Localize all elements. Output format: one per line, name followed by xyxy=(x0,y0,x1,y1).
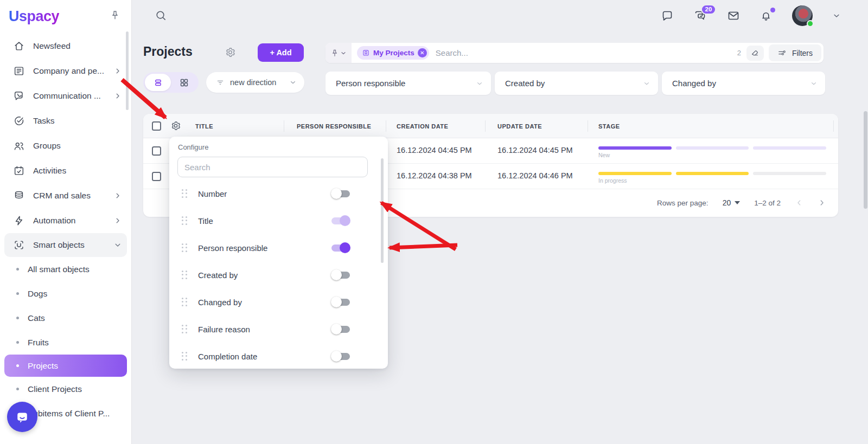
sidebar-item-smart-objects[interactable]: Smart objects xyxy=(4,233,127,257)
row-checkbox[interactable] xyxy=(152,146,161,156)
column-toggle-row-changed-by: Changed by xyxy=(169,288,375,316)
chip-label: My Projects xyxy=(373,49,414,57)
column-toggle-row-number: Number xyxy=(169,180,375,207)
created-by-select[interactable]: Created by xyxy=(495,72,658,95)
avatar[interactable] xyxy=(792,5,813,26)
saved-filter-pin-button[interactable] xyxy=(326,43,352,63)
chevron-right-icon xyxy=(114,192,122,200)
column-divider xyxy=(588,120,588,132)
add-button[interactable]: + Add xyxy=(258,43,304,62)
column-header-update-date[interactable]: UPDATE DATE xyxy=(497,114,542,138)
stage-segment-filled xyxy=(598,172,672,175)
online-status-dot xyxy=(807,20,814,27)
column-toggle-switch[interactable] xyxy=(331,297,350,307)
bell-icon[interactable] xyxy=(760,9,773,22)
previous-page-button[interactable] xyxy=(795,198,803,207)
popover-search-input[interactable] xyxy=(177,157,368,177)
update-date-cell: 16.12.2024 04:45 PM xyxy=(497,146,573,155)
drag-handle-icon[interactable] xyxy=(182,352,189,361)
sidebar-item-groups[interactable]: Groups xyxy=(0,133,131,158)
sidebar-subitem-projects[interactable]: Projects xyxy=(4,355,127,377)
chevron-down-icon xyxy=(289,79,297,86)
chevron-right-icon xyxy=(114,217,122,224)
bullet-icon xyxy=(16,341,19,344)
drag-handle-icon[interactable] xyxy=(182,189,189,198)
sidebar-item-company[interactable]: Company and pe... xyxy=(0,59,131,83)
person-responsible-select[interactable]: Person responsible xyxy=(326,72,491,95)
sidebar-item-communication[interactable]: Communication ... xyxy=(0,83,131,108)
column-toggle-switch[interactable] xyxy=(331,351,350,362)
chat-phone-icon xyxy=(13,90,25,102)
drag-handle-icon[interactable] xyxy=(182,216,189,226)
drag-handle-icon[interactable] xyxy=(182,298,189,307)
changed-by-select[interactable]: Changed by xyxy=(662,72,825,95)
filters-button-label: Filters xyxy=(792,49,813,57)
clear-filters-button[interactable] xyxy=(746,46,764,61)
app-logo[interactable]: Uspacy xyxy=(9,7,125,26)
sidebar-item-activities[interactable]: Activities xyxy=(0,158,131,183)
drag-handle-icon[interactable] xyxy=(182,325,189,334)
stage-segment-empty xyxy=(753,146,826,150)
column-header-title[interactable]: TITLE xyxy=(195,114,213,138)
sidebar-item-crm[interactable]: CRM and sales xyxy=(0,183,131,208)
rows-per-page-select[interactable]: 20 xyxy=(723,198,741,207)
column-header-person-responsible[interactable]: PERSON RESPONSIBLE xyxy=(297,114,371,138)
sidebar-subitem-cats[interactable]: Cats xyxy=(0,306,131,330)
comment-icon[interactable] xyxy=(661,9,674,22)
stage-cell: In progress xyxy=(598,172,826,184)
sidebar-pin-icon[interactable] xyxy=(110,10,120,21)
column-toggle-switch[interactable] xyxy=(331,188,350,199)
select-label: Created by xyxy=(505,79,643,88)
sidebar-item-label: Company and pe... xyxy=(33,66,106,76)
column-toggle-switch[interactable] xyxy=(331,324,350,334)
chats-icon[interactable]: 20 xyxy=(693,9,707,22)
chip-remove-icon[interactable] xyxy=(418,48,427,57)
sidebar-item-automation[interactable]: Automation xyxy=(0,208,131,233)
drag-handle-icon[interactable] xyxy=(182,243,189,253)
sidebar-subitem-dogs[interactable]: Dogs xyxy=(0,281,131,306)
mail-icon[interactable] xyxy=(727,9,740,22)
list-view-icon xyxy=(153,78,163,88)
column-toggle-label: Number xyxy=(198,189,331,198)
people-icon xyxy=(13,140,25,152)
select-all-checkbox[interactable] xyxy=(152,121,161,131)
row-checkbox[interactable] xyxy=(152,172,161,181)
sidebar-item-label: Communication ... xyxy=(33,91,106,101)
sidebar-item-label: Automation xyxy=(33,216,106,226)
column-header-stage[interactable]: STAGE xyxy=(598,114,620,138)
drag-handle-icon[interactable] xyxy=(182,271,189,280)
chevron-down-icon xyxy=(340,50,347,56)
popover-scrollbar[interactable] xyxy=(381,158,384,263)
arrow-to-person-toggle xyxy=(390,245,457,248)
eraser-icon xyxy=(750,48,760,57)
sidebar-subitem-client-projects[interactable]: Client Projects xyxy=(0,377,131,401)
column-toggle-switch[interactable] xyxy=(331,242,350,253)
sidebar-scrollbar[interactable] xyxy=(126,31,129,110)
search-input[interactable]: Search... xyxy=(436,48,737,57)
page-scrollbar[interactable] xyxy=(864,111,867,209)
columns-gear-icon[interactable] xyxy=(170,120,181,131)
direction-dropdown-label: new direction xyxy=(230,78,284,87)
column-header-creation-date[interactable]: CREATION DATE xyxy=(397,114,448,138)
column-toggle-switch[interactable] xyxy=(331,215,350,226)
direction-dropdown[interactable]: new direction xyxy=(206,72,304,93)
sidebar-subitem-fruits[interactable]: Fruits xyxy=(0,330,131,355)
popover-title: Configure xyxy=(178,143,208,151)
sidebar-item-newsfeed[interactable]: Newsfeed xyxy=(0,34,131,59)
next-page-button[interactable] xyxy=(818,198,826,207)
grid-view-button[interactable] xyxy=(171,74,197,91)
list-view-button[interactable] xyxy=(145,74,171,91)
page-settings-gear-icon[interactable] xyxy=(225,47,236,58)
search-icon[interactable] xyxy=(155,9,167,22)
table-header: TITLE PERSON RESPONSIBLE CREATION DATE U… xyxy=(143,114,838,138)
profile-chevron-down-icon[interactable] xyxy=(832,11,841,20)
filters-button[interactable]: Filters xyxy=(769,44,821,61)
support-chat-bubble[interactable] xyxy=(7,402,37,432)
my-projects-filter-chip[interactable]: My Projects xyxy=(357,46,429,60)
column-toggle-switch[interactable] xyxy=(331,269,350,280)
sidebar-item-tasks[interactable]: Tasks xyxy=(0,108,131,133)
bullet-icon xyxy=(16,292,19,295)
popover-column-list: Number Title Person responsible Created … xyxy=(169,180,375,369)
column-toggle-row-created-by: Created by xyxy=(169,261,375,288)
sidebar-subitem-all-smart-objects[interactable]: All smart objects xyxy=(0,257,131,281)
